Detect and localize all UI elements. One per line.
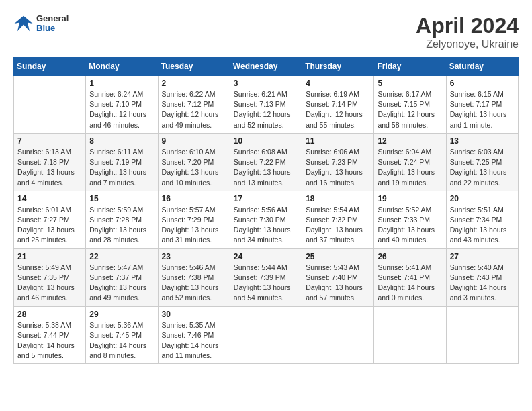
day-number: 22: [89, 252, 154, 261]
logo-icon: [13, 13, 34, 34]
day-number: 25: [306, 252, 370, 261]
day-detail: Sunrise: 6:17 AM Sunset: 7:15 PM Dayligh…: [378, 89, 442, 130]
calendar-cell: 8Sunrise: 6:11 AM Sunset: 7:19 PM Daylig…: [86, 133, 158, 191]
day-detail: Sunrise: 5:47 AM Sunset: 7:37 PM Dayligh…: [89, 263, 154, 304]
day-number: 9: [162, 136, 226, 146]
calendar-cell: [14, 76, 86, 134]
day-detail: Sunrise: 5:49 AM Sunset: 7:35 PM Dayligh…: [17, 263, 82, 304]
day-detail: Sunrise: 5:51 AM Sunset: 7:34 PM Dayligh…: [450, 205, 515, 246]
day-number: 15: [89, 194, 154, 203]
day-detail: Sunrise: 6:03 AM Sunset: 7:25 PM Dayligh…: [450, 147, 515, 188]
day-number: 2: [162, 79, 226, 88]
day-number: 30: [162, 310, 226, 319]
calendar-cell: 2Sunrise: 6:22 AM Sunset: 7:12 PM Daylig…: [158, 76, 230, 134]
calendar-cell: 26Sunrise: 5:41 AM Sunset: 7:41 PM Dayli…: [374, 248, 446, 306]
calendar-cell: 30Sunrise: 5:35 AM Sunset: 7:46 PM Dayli…: [158, 306, 230, 364]
calendar-cell: 20Sunrise: 5:51 AM Sunset: 7:34 PM Dayli…: [446, 191, 518, 248]
calendar-cell: 19Sunrise: 5:52 AM Sunset: 7:33 PM Dayli…: [374, 191, 446, 248]
day-detail: Sunrise: 5:56 AM Sunset: 7:30 PM Dayligh…: [234, 205, 298, 246]
calendar-cell: 28Sunrise: 5:38 AM Sunset: 7:44 PM Dayli…: [14, 306, 86, 364]
logo-text: General Blue: [36, 14, 69, 34]
logo: General Blue: [13, 13, 69, 34]
day-number: 21: [17, 252, 82, 261]
calendar-cell: 16Sunrise: 5:57 AM Sunset: 7:29 PM Dayli…: [158, 191, 230, 248]
day-detail: Sunrise: 5:41 AM Sunset: 7:41 PM Dayligh…: [378, 263, 442, 304]
day-number: 12: [378, 136, 442, 146]
page-title: April 2024: [416, 13, 519, 38]
weekday-header: Friday: [374, 58, 446, 76]
weekday-header: Sunday: [14, 58, 86, 76]
day-number: 4: [306, 79, 370, 88]
calendar-cell: 9Sunrise: 6:10 AM Sunset: 7:20 PM Daylig…: [158, 133, 230, 191]
day-number: 3: [234, 79, 298, 88]
page-header: General Blue April 2024 Zelyonoye, Ukrai…: [13, 13, 519, 50]
calendar-cell: 1Sunrise: 6:24 AM Sunset: 7:10 PM Daylig…: [86, 76, 158, 134]
calendar-cell: 23Sunrise: 5:46 AM Sunset: 7:38 PM Dayli…: [158, 248, 230, 306]
weekday-header: Monday: [86, 58, 158, 76]
day-number: 29: [89, 310, 154, 319]
day-detail: Sunrise: 6:01 AM Sunset: 7:27 PM Dayligh…: [17, 205, 82, 246]
weekday-header: Wednesday: [230, 58, 302, 76]
day-number: 5: [378, 79, 442, 88]
calendar-cell: 29Sunrise: 5:36 AM Sunset: 7:45 PM Dayli…: [86, 306, 158, 364]
calendar-cell: 14Sunrise: 6:01 AM Sunset: 7:27 PM Dayli…: [14, 191, 86, 248]
calendar-cell: 27Sunrise: 5:40 AM Sunset: 7:43 PM Dayli…: [446, 248, 518, 306]
calendar-week-row: 14Sunrise: 6:01 AM Sunset: 7:27 PM Dayli…: [14, 191, 519, 248]
weekday-header: Saturday: [446, 58, 518, 76]
calendar-cell: 25Sunrise: 5:43 AM Sunset: 7:40 PM Dayli…: [302, 248, 374, 306]
day-number: 19: [378, 194, 442, 203]
day-detail: Sunrise: 5:44 AM Sunset: 7:39 PM Dayligh…: [234, 263, 298, 304]
day-number: 17: [234, 194, 298, 203]
day-detail: Sunrise: 6:08 AM Sunset: 7:22 PM Dayligh…: [234, 147, 298, 188]
day-detail: Sunrise: 5:57 AM Sunset: 7:29 PM Dayligh…: [162, 205, 226, 246]
day-detail: Sunrise: 5:36 AM Sunset: 7:45 PM Dayligh…: [89, 320, 154, 361]
calendar-week-row: 28Sunrise: 5:38 AM Sunset: 7:44 PM Dayli…: [14, 306, 519, 364]
day-detail: Sunrise: 5:46 AM Sunset: 7:38 PM Dayligh…: [162, 263, 226, 304]
calendar-cell: 3Sunrise: 6:21 AM Sunset: 7:13 PM Daylig…: [230, 76, 302, 134]
calendar-cell: [302, 306, 374, 364]
calendar-cell: [374, 306, 446, 364]
day-detail: Sunrise: 6:19 AM Sunset: 7:14 PM Dayligh…: [306, 89, 370, 130]
calendar-cell: 21Sunrise: 5:49 AM Sunset: 7:35 PM Dayli…: [14, 248, 86, 306]
day-detail: Sunrise: 6:21 AM Sunset: 7:13 PM Dayligh…: [234, 89, 298, 130]
day-number: 8: [89, 136, 154, 146]
svg-marker-0: [15, 16, 33, 32]
calendar-week-row: 21Sunrise: 5:49 AM Sunset: 7:35 PM Dayli…: [14, 248, 519, 306]
calendar-cell: 13Sunrise: 6:03 AM Sunset: 7:25 PM Dayli…: [446, 133, 518, 191]
day-number: 27: [450, 252, 515, 261]
day-number: 7: [17, 136, 82, 146]
day-number: 14: [17, 194, 82, 203]
calendar-cell: 6Sunrise: 6:15 AM Sunset: 7:17 PM Daylig…: [446, 76, 518, 134]
calendar-cell: 11Sunrise: 6:06 AM Sunset: 7:23 PM Dayli…: [302, 133, 374, 191]
weekday-row: SundayMondayTuesdayWednesdayThursdayFrid…: [14, 58, 519, 76]
calendar-cell: 15Sunrise: 5:59 AM Sunset: 7:28 PM Dayli…: [86, 191, 158, 248]
calendar-cell: [230, 306, 302, 364]
day-detail: Sunrise: 6:04 AM Sunset: 7:24 PM Dayligh…: [378, 147, 442, 188]
title-block: April 2024 Zelyonoye, Ukraine: [416, 13, 519, 50]
day-detail: Sunrise: 6:11 AM Sunset: 7:19 PM Dayligh…: [89, 147, 154, 188]
day-number: 28: [17, 310, 82, 319]
calendar-cell: 5Sunrise: 6:17 AM Sunset: 7:15 PM Daylig…: [374, 76, 446, 134]
day-number: 13: [450, 136, 515, 146]
day-number: 11: [306, 136, 370, 146]
day-detail: Sunrise: 6:15 AM Sunset: 7:17 PM Dayligh…: [450, 89, 515, 130]
day-number: 1: [89, 79, 154, 88]
day-number: 18: [306, 194, 370, 203]
day-detail: Sunrise: 6:10 AM Sunset: 7:20 PM Dayligh…: [162, 147, 226, 188]
day-detail: Sunrise: 5:35 AM Sunset: 7:46 PM Dayligh…: [162, 320, 226, 361]
day-number: 10: [234, 136, 298, 146]
calendar-body: 1Sunrise: 6:24 AM Sunset: 7:10 PM Daylig…: [14, 76, 519, 364]
day-detail: Sunrise: 5:52 AM Sunset: 7:33 PM Dayligh…: [378, 205, 442, 246]
calendar-cell: [446, 306, 518, 364]
calendar-cell: 22Sunrise: 5:47 AM Sunset: 7:37 PM Dayli…: [86, 248, 158, 306]
weekday-header: Thursday: [302, 58, 374, 76]
day-detail: Sunrise: 5:43 AM Sunset: 7:40 PM Dayligh…: [306, 263, 370, 304]
day-detail: Sunrise: 5:59 AM Sunset: 7:28 PM Dayligh…: [89, 205, 154, 246]
day-detail: Sunrise: 5:40 AM Sunset: 7:43 PM Dayligh…: [450, 263, 515, 304]
day-number: 20: [450, 194, 515, 203]
calendar-cell: 12Sunrise: 6:04 AM Sunset: 7:24 PM Dayli…: [374, 133, 446, 191]
calendar-week-row: 1Sunrise: 6:24 AM Sunset: 7:10 PM Daylig…: [14, 76, 519, 134]
day-detail: Sunrise: 5:38 AM Sunset: 7:44 PM Dayligh…: [17, 320, 82, 361]
day-detail: Sunrise: 5:54 AM Sunset: 7:32 PM Dayligh…: [306, 205, 370, 246]
day-detail: Sunrise: 6:24 AM Sunset: 7:10 PM Dayligh…: [89, 89, 154, 130]
